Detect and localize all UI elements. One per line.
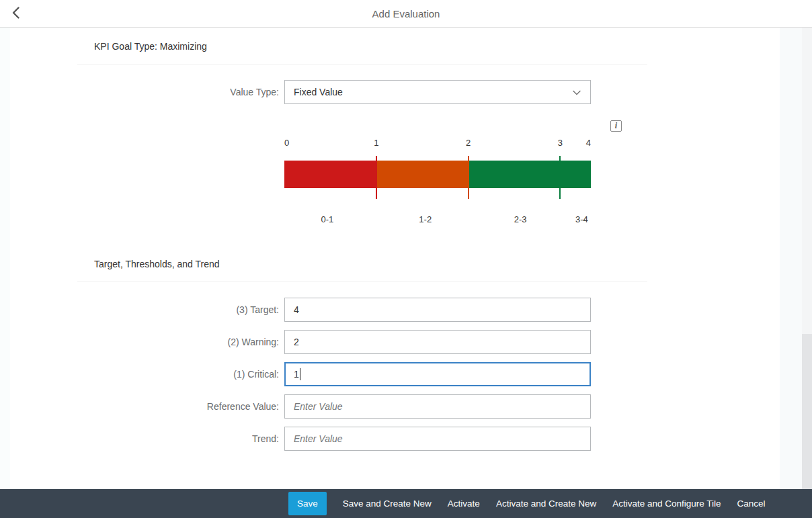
- save-button[interactable]: Save: [288, 492, 327, 515]
- range-label: 0-1: [321, 214, 333, 224]
- information-icon[interactable]: i: [610, 120, 622, 132]
- reference-value-input[interactable]: Enter Value: [284, 394, 591, 419]
- range-label: 1-2: [419, 214, 432, 224]
- section-divider-middle: [77, 281, 647, 282]
- cancel-button[interactable]: Cancel: [737, 499, 766, 509]
- page-title: Add Evaluation: [0, 0, 812, 27]
- scale-tick-label: 3: [558, 138, 563, 148]
- activate-button[interactable]: Activate: [448, 499, 480, 509]
- value-type-label: Value Type:: [77, 80, 279, 104]
- bar-segment-warning-range: [376, 161, 469, 188]
- section-title: Target, Thresholds, and Trend: [94, 259, 220, 269]
- threshold-bar: [284, 161, 591, 188]
- scrollbar-thumb[interactable]: [802, 334, 812, 489]
- scale-tick-label: 4: [586, 138, 591, 148]
- bar-segment-good-range: [469, 161, 591, 188]
- vertical-scrollbar[interactable]: [802, 28, 812, 489]
- critical-value: 1: [294, 369, 299, 380]
- left-letterbox-band: [0, 28, 10, 489]
- warning-input[interactable]: 2: [284, 330, 591, 354]
- threshold-tick-1: [376, 156, 377, 199]
- trend-placeholder: Enter Value: [294, 433, 343, 444]
- value-type-selected-value: Fixed Value: [294, 87, 343, 97]
- target-input[interactable]: 4: [284, 298, 591, 322]
- range-label: 2-3: [514, 214, 527, 224]
- chevron-down-icon: [571, 87, 582, 100]
- range-label: 3-4: [575, 214, 588, 224]
- scale-tick-label: 1: [374, 138, 378, 148]
- threshold-tick-2: [468, 156, 469, 199]
- reference-value-placeholder: Enter Value: [294, 401, 343, 412]
- scale-tick-label: 0: [284, 138, 289, 148]
- text-caret: [300, 368, 300, 380]
- threshold-chart: 012340-11-22-33-4: [284, 138, 591, 232]
- activate-and-configure-tile-button[interactable]: Activate and Configure Tile: [612, 499, 721, 509]
- page-header: Add Evaluation: [0, 0, 812, 28]
- kpi-goal-type-text: KPI Goal Type: Maximizing: [94, 41, 207, 52]
- warning-value: 2: [294, 337, 299, 347]
- critical-input[interactable]: 1: [284, 362, 591, 386]
- trend-label: Trend:: [77, 427, 279, 451]
- activate-and-create-new-button[interactable]: Activate and Create New: [496, 499, 596, 509]
- right-letterbox-band: [780, 28, 802, 489]
- warning-label: (2) Warning:: [77, 330, 279, 354]
- save-and-create-new-button[interactable]: Save and Create New: [343, 499, 432, 509]
- footer-action-bar: Save Save and Create New Activate Activa…: [0, 489, 812, 518]
- target-label: (3) Target:: [77, 298, 279, 322]
- threshold-tick-3: [559, 156, 561, 199]
- trend-input[interactable]: Enter Value: [284, 427, 591, 451]
- reference-value-label: Reference Value:: [77, 394, 279, 419]
- target-value: 4: [294, 304, 299, 315]
- add-evaluation-page: Add Evaluation KPI Goal Type: Maximizing…: [0, 0, 812, 518]
- scale-tick-label: 2: [466, 138, 471, 148]
- section-divider-top: [77, 64, 647, 64]
- critical-label: (1) Critical:: [77, 362, 279, 386]
- bar-segment-critical-range: [284, 161, 376, 188]
- value-type-select[interactable]: Fixed Value: [284, 80, 591, 104]
